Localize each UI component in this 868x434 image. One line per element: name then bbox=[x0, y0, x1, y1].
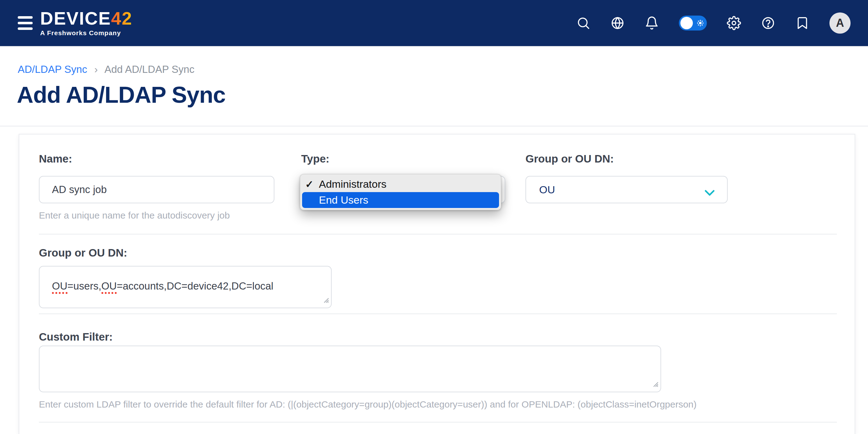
navbar-actions: A bbox=[576, 12, 868, 34]
group-ou-type-label: Group or OU DN: bbox=[525, 152, 614, 165]
check-icon: ✓ bbox=[305, 178, 319, 190]
top-navbar: DEVICE42 A Freshworks Company bbox=[0, 0, 868, 47]
help-icon[interactable] bbox=[761, 16, 775, 30]
bookmark-icon[interactable] bbox=[795, 16, 809, 30]
row-divider bbox=[39, 234, 837, 234]
group-ou-type-value: OU bbox=[539, 184, 555, 196]
type-dropdown-popup: ✓ Administrators End Users bbox=[300, 174, 501, 210]
brand-name: DEVICE42 bbox=[40, 9, 132, 27]
globe-icon[interactable] bbox=[611, 16, 625, 30]
custom-filter-textarea[interactable] bbox=[39, 346, 661, 392]
breadcrumb-link-adldap-sync[interactable]: AD/LDAP Sync bbox=[18, 63, 87, 75]
search-icon[interactable] bbox=[576, 16, 590, 30]
brand-tagline: A Freshworks Company bbox=[40, 29, 132, 37]
type-option-administrators[interactable]: ✓ Administrators bbox=[302, 176, 499, 192]
breadcrumb-current: Add AD/LDAP Sync bbox=[104, 63, 194, 75]
breadcrumb: AD/LDAP Sync › Add AD/LDAP Sync bbox=[18, 63, 194, 75]
chevron-down-icon bbox=[704, 187, 715, 199]
brand-logo[interactable]: DEVICE42 A Freshworks Company bbox=[40, 9, 132, 37]
group-ou-dn-textarea[interactable]: OU=users,OU=accounts,DC=device42,DC=loca… bbox=[39, 266, 332, 308]
theme-toggle[interactable] bbox=[679, 16, 707, 30]
type-option-label: End Users bbox=[319, 194, 368, 206]
custom-filter-label: Custom Filter: bbox=[39, 330, 113, 343]
type-option-end-users[interactable]: End Users bbox=[302, 192, 499, 208]
group-ou-dn-value: OU=users,OU=accounts,DC=device42,DC=loca… bbox=[52, 280, 274, 294]
breadcrumb-separator: › bbox=[94, 63, 98, 75]
settings-gear-icon[interactable] bbox=[727, 16, 741, 30]
avatar-initial: A bbox=[836, 17, 844, 30]
page: DEVICE42 A Freshworks Company bbox=[0, 0, 868, 434]
row-divider bbox=[39, 422, 837, 423]
resize-handle-icon[interactable] bbox=[651, 378, 659, 390]
group-ou-type-select[interactable]: OU bbox=[525, 176, 728, 203]
custom-filter-helper-text: Enter custom LDAP filter to override the… bbox=[39, 399, 696, 410]
user-avatar[interactable]: A bbox=[830, 12, 850, 34]
name-input[interactable]: AD sync job bbox=[39, 176, 274, 203]
name-input-value: AD sync job bbox=[52, 184, 107, 196]
group-ou-dn-label: Group or OU DN: bbox=[39, 247, 127, 259]
form-card: Name: AD sync job Enter a unique name fo… bbox=[19, 134, 855, 434]
name-label: Name: bbox=[39, 152, 72, 165]
type-option-label: Administrators bbox=[319, 178, 386, 190]
page-title: Add AD/LDAP Sync bbox=[17, 82, 225, 108]
menu-icon[interactable] bbox=[18, 13, 33, 33]
name-helper-text: Enter a unique name for the autodiscover… bbox=[39, 210, 230, 221]
header-divider bbox=[0, 126, 868, 126]
sun-icon bbox=[695, 18, 705, 28]
resize-handle-icon[interactable] bbox=[322, 294, 330, 306]
type-label: Type: bbox=[301, 152, 330, 165]
notifications-bell-icon[interactable] bbox=[645, 16, 659, 30]
brand-number: 42 bbox=[111, 8, 132, 28]
toggle-knob bbox=[680, 17, 693, 29]
row-divider bbox=[39, 314, 837, 314]
